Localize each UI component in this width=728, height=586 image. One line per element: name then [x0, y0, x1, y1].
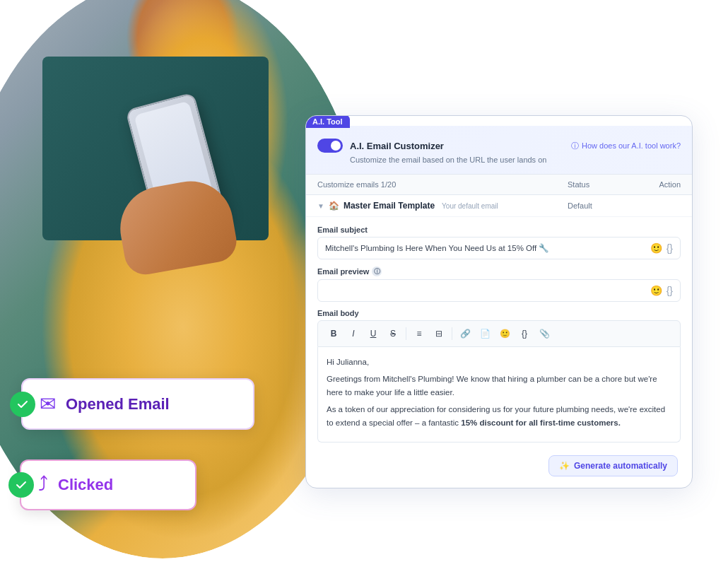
toolbar-divider-1	[406, 327, 406, 340]
generate-automatically-button[interactable]: ✨ Generate automatically	[548, 455, 678, 476]
clicked-check	[8, 472, 34, 498]
body-paragraph-1: Greetings from Mitchell's Plumbing! We k…	[327, 373, 671, 399]
body-greeting: Hi Julianna,	[327, 356, 671, 368]
col-action: Action	[631, 180, 681, 189]
table-header: Customize emails 1/20 Status Action	[306, 175, 692, 195]
emoji-picker-button[interactable]: 🙂	[496, 325, 513, 342]
preview-group: Email preview ⓘ 🙂 {}	[317, 266, 681, 302]
strikethrough-button[interactable]: S	[384, 325, 401, 342]
preview-braces-icon[interactable]: {}	[667, 285, 673, 296]
preview-input[interactable]: 🙂 {}	[317, 279, 681, 302]
attach-button[interactable]: 📎	[536, 325, 553, 342]
col-customize: Customize emails 1/20	[317, 180, 568, 189]
toolbar-divider-2	[452, 327, 452, 340]
lock-icon: 🏠	[329, 201, 339, 211]
ai-tool-help-link[interactable]: ⓘ How does our A.I. tool work?	[571, 141, 681, 151]
ai-tool-header-top: A.I. Email Customizer ⓘ How does our A.I…	[317, 139, 681, 153]
subject-group: Email subject Mitchell's Plumbing Is Her…	[317, 225, 681, 259]
underline-button[interactable]: U	[365, 325, 382, 342]
template-vars-button[interactable]: {}	[516, 325, 533, 342]
ai-tool-panel: A.I. Tool A.I. Email Customizer ⓘ How do…	[305, 115, 693, 488]
preview-info-icon: ⓘ	[372, 266, 382, 276]
italic-button[interactable]: I	[345, 325, 362, 342]
ai-tool-toggle[interactable]	[317, 139, 343, 153]
unordered-list-button[interactable]: ≡	[411, 325, 428, 342]
template-name: Master Email Template	[344, 201, 435, 211]
opened-email-label: Opened Email	[66, 395, 170, 414]
chevron-down-icon: ▼	[317, 202, 324, 210]
ai-tool-subtitle: Customize the email based on the URL the…	[350, 156, 681, 164]
subject-label: Email subject	[317, 225, 681, 234]
preview-label: Email preview ⓘ	[317, 266, 681, 276]
clicked-badge: ⤴ Clicked	[20, 459, 196, 510]
clicked-icon: ⤴	[38, 474, 48, 496]
preview-actions: 🙂 {}	[650, 285, 673, 296]
col-status: Status	[568, 180, 631, 189]
default-badge: Your default email	[442, 202, 498, 210]
email-form: Email subject Mitchell's Plumbing Is Her…	[306, 217, 692, 488]
row-status-cell: Default	[568, 201, 631, 210]
clicked-label: Clicked	[58, 476, 113, 494]
emoji-icon[interactable]: 🙂	[650, 242, 662, 254]
check-icon-2	[14, 478, 28, 492]
check-icon	[16, 397, 30, 411]
ai-tool-header: A.I. Email Customizer ⓘ How does our A.I…	[306, 126, 692, 175]
row-name-cell: ▼ 🏠 Master Email Template Your default e…	[317, 201, 568, 211]
ai-tool-tab: A.I. Tool	[305, 115, 350, 128]
template-row: ▼ 🏠 Master Email Template Your default e…	[306, 195, 692, 217]
braces-icon[interactable]: {}	[667, 242, 673, 254]
doc-button[interactable]: 📄	[476, 325, 493, 342]
subject-input[interactable]: Mitchell's Plumbing Is Here When You Nee…	[317, 237, 681, 259]
body-label: Email body	[317, 309, 681, 317]
ai-tool-header-left: A.I. Email Customizer	[317, 139, 444, 153]
sparkle-icon: ✨	[559, 461, 570, 471]
preview-emoji-icon[interactable]: 🙂	[650, 285, 662, 296]
help-circle-icon: ⓘ	[571, 141, 579, 151]
subject-actions: 🙂 {}	[650, 242, 673, 254]
body-group: Email body B I U S ≡ ⊟ 🔗 📄 🙂 {} 📎 Hi Jul…	[317, 309, 681, 443]
body-toolbar: B I U S ≡ ⊟ 🔗 📄 🙂 {} 📎	[317, 320, 681, 347]
ai-tool-title: A.I. Email Customizer	[350, 141, 444, 151]
bold-button[interactable]: B	[325, 325, 342, 342]
opened-email-badge: ✉ Opened Email	[21, 378, 254, 430]
generate-footer: ✨ Generate automatically	[317, 450, 681, 479]
opened-email-icon: ✉	[40, 392, 56, 416]
body-paragraph-2: As a token of our appreciation for consi…	[327, 403, 671, 429]
email-body-editor[interactable]: Hi Julianna, Greetings from Mitchell's P…	[317, 347, 681, 443]
ordered-list-button[interactable]: ⊟	[430, 325, 447, 342]
subject-value: Mitchell's Plumbing Is Here When You Nee…	[325, 243, 650, 253]
link-button[interactable]: 🔗	[457, 325, 474, 342]
opened-email-check	[10, 392, 35, 417]
